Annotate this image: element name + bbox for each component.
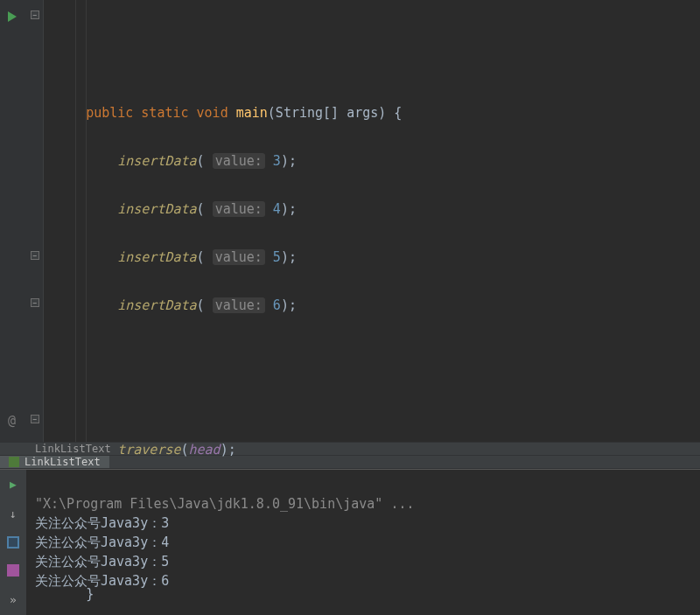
code-text: (String[] args) { xyxy=(268,105,402,121)
method-call: insertData xyxy=(117,297,196,313)
number: 6 xyxy=(273,297,281,313)
method-call: insertData xyxy=(117,249,196,265)
code-area[interactable]: public static void main(String[] args) {… xyxy=(44,0,700,442)
number: 3 xyxy=(273,153,281,169)
code-editor[interactable]: − − − @ − public static void main(String… xyxy=(0,0,700,442)
more-icon[interactable]: » xyxy=(6,592,20,606)
method-name: main xyxy=(236,105,268,121)
method-call: traverse xyxy=(117,442,180,458)
number: 5 xyxy=(273,249,281,265)
run-config-icon xyxy=(9,457,19,467)
editor-gutter: − − − @ − xyxy=(0,0,44,442)
keyword: static xyxy=(141,105,188,121)
layout-icon[interactable] xyxy=(7,536,19,549)
stop-icon[interactable]: ↓ xyxy=(6,507,20,521)
toggle-icon[interactable] xyxy=(7,564,19,577)
param-hint: value: xyxy=(213,249,265,265)
number: 4 xyxy=(273,201,281,217)
fold-icon[interactable]: − xyxy=(31,415,39,423)
run-toolbar: ▶ ↓ » xyxy=(0,470,26,615)
fold-icon[interactable]: − xyxy=(31,298,39,307)
variable: head xyxy=(189,442,220,458)
fold-icon[interactable]: − xyxy=(31,251,39,260)
brace: } xyxy=(86,586,94,602)
rerun-icon[interactable]: ▶ xyxy=(6,477,20,491)
param-hint: value: xyxy=(213,201,265,217)
method-call: insertData xyxy=(117,201,196,217)
method-call: insertData xyxy=(117,153,196,169)
param-hint: value: xyxy=(213,297,265,313)
fold-icon[interactable]: − xyxy=(31,10,39,19)
keyword: public xyxy=(86,105,133,121)
keyword: void xyxy=(197,105,228,121)
param-hint: value: xyxy=(213,153,265,169)
